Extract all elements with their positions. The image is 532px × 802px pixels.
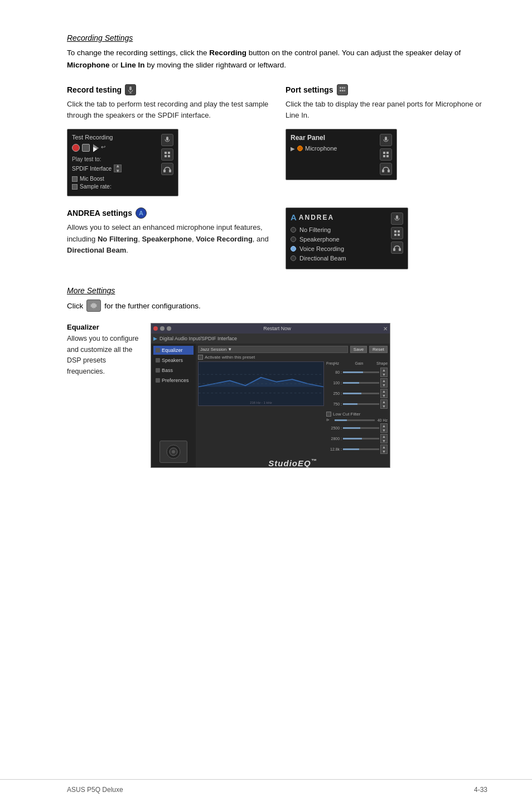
eq-sliders-area: 216 Hz - 1 kHz FreqHz Gain Shape (198, 361, 388, 454)
svg-rect-13 (340, 90, 341, 91)
eq-arr-up-4: ▲ (382, 424, 386, 428)
andrea-option-directional-beam[interactable]: Directional Beam (291, 255, 388, 262)
footer-line (0, 779, 532, 780)
eq-freq-fill-5 (343, 438, 362, 439)
record-btn[interactable] (72, 144, 80, 152)
eq-sidebar-bass[interactable]: Bass (153, 366, 194, 375)
eq-top-row: Jazz Session ▼ Save Reset (198, 346, 388, 353)
gear-button[interactable] (86, 299, 101, 312)
svg-rect-10 (340, 87, 341, 89)
eq-preset-dropdown[interactable]: Jazz Session ▼ (198, 346, 348, 353)
back-btn[interactable]: ↩ (101, 144, 109, 152)
eq-lowcut-label: Low Cut Filter (333, 412, 360, 417)
andrea-screenshot-col: A ANDREA No Filtering Speaker (286, 207, 487, 269)
andrea-option-speakerphone[interactable]: Speakerphone (291, 236, 388, 243)
play-btn[interactable]: ▶ (92, 144, 99, 152)
eq-lowcut-checkbox[interactable] (326, 412, 331, 417)
andrea-settings-section: ANDREA settings A Allows you to select a… (67, 207, 487, 269)
rear-side-icons (380, 134, 392, 175)
svg-rect-7 (168, 155, 170, 157)
mic-boost-checkbox[interactable] (72, 176, 78, 182)
port-settings-col: Port settings Click the tab to display t… (286, 84, 487, 196)
test-recording-screenshot: Test Recording ▶ ↩ Play test to: SPDIF I… (67, 129, 178, 196)
eq-freq-row-5: 2800 : ▲ ▼ (326, 434, 388, 443)
eq-freq-slider-3[interactable] (343, 403, 379, 405)
eq-sidebar-preferences[interactable]: Preferences (153, 376, 194, 385)
test-recording-screenshot-wrapper: Test Recording ▶ ↩ Play test to: SPDIF I… (67, 129, 269, 196)
eq-close-btn[interactable]: ✕ (383, 326, 388, 332)
andrea-title-label: ANDREA settings (67, 209, 132, 218)
spdif-spinner[interactable]: ▲ ▼ (114, 165, 122, 172)
andrea-option-voice-recording[interactable]: Voice Recording (291, 245, 388, 252)
mic-boost-label: Mic Boost (80, 176, 104, 182)
eq-freq-slider-5[interactable] (343, 438, 379, 439)
svg-point-33 (172, 450, 175, 453)
eq-freq-fill-3 (343, 403, 357, 405)
svg-rect-14 (342, 90, 344, 91)
eq-sidebar-label-equalizer: Equalizer (162, 347, 183, 353)
rear-microphone-row: ▶ Microphone (291, 145, 376, 152)
andrea-radio-speakerphone (291, 236, 296, 242)
footer-text: ASUS P5Q Deluxe 4-33 (67, 786, 487, 794)
eq-sidebar-dot-preferences (156, 378, 160, 383)
stop-btn[interactable] (82, 144, 90, 152)
eq-graph: 216 Hz - 1 kHz (198, 361, 324, 406)
eq-sidebar-label-preferences: Preferences (162, 378, 189, 383)
eq-lowcut-slider[interactable] (335, 419, 375, 421)
spinner-up: ▲ (115, 163, 120, 168)
svg-rect-28 (393, 248, 395, 251)
eq-lowcut-slider-row: ⊳ 40 Hz (326, 418, 388, 422)
eq-sidebar-label-speakers: Speakers (162, 357, 183, 363)
eq-save-btn[interactable]: Save (350, 346, 367, 353)
eq-max-dot (167, 326, 171, 331)
recording-settings-section: Recording Settings To change the recordi… (67, 33, 487, 71)
eq-arrow-box-4: ▲ ▼ (380, 423, 388, 433)
rear-headphone-svg (382, 166, 390, 172)
andrea-bold2: Speakerphone (142, 235, 192, 243)
eq-arr-up-2: ▲ (382, 389, 386, 393)
equalizer-section: Equalizer Allows you to configure and cu… (67, 323, 487, 468)
eq-sidebar-equalizer[interactable]: Equalizer (153, 346, 194, 355)
andrea-option-label-2: Voice Recording (299, 245, 344, 252)
eq-freq-label-0: 80 : (326, 370, 342, 374)
andrea-screenshot: A ANDREA No Filtering Speaker (286, 207, 408, 269)
side-icon-headphone (161, 163, 173, 175)
eq-arrow-box-0: ▲ ▼ (380, 368, 388, 377)
rear-side-icon-mic (380, 134, 392, 146)
eq-freq-slider-6[interactable] (343, 448, 379, 450)
eq-activate-row: Activate within this preset (198, 355, 388, 360)
side-headphone-svg (163, 166, 171, 172)
svg-rect-29 (399, 248, 401, 251)
microphone-orange-dot (297, 146, 303, 151)
svg-rect-17 (383, 152, 385, 154)
andrea-option-label-1: Speakerphone (299, 236, 340, 243)
eq-freq-row-1: 100 : ▲ ▼ (326, 378, 388, 388)
eq-reset-btn[interactable]: Reset (369, 346, 388, 353)
eq-freq-slider-0[interactable] (343, 371, 379, 373)
recording-bold: Recording (209, 49, 246, 57)
record-testing-label: Record testing (67, 85, 122, 94)
spdif-row: SPDIF Interface ▲ ▼ (72, 165, 158, 172)
andrea-bold1: No Filtering (98, 235, 138, 243)
sample-rate-row: Sample rate: (72, 183, 158, 190)
eq-freq-slider-4[interactable] (343, 427, 379, 429)
sample-rate-checkbox[interactable] (72, 184, 78, 190)
eq-activate-checkbox[interactable] (198, 355, 203, 360)
svg-rect-4 (165, 152, 167, 154)
test-rec-title: Test Recording (72, 134, 158, 141)
eq-arr-down-6: ▼ (382, 450, 386, 453)
eq-freq-slider-1[interactable] (343, 382, 379, 384)
eq-titlebar-label: Restart Now (173, 326, 381, 331)
eq-freq-col-shape: Shape (376, 361, 388, 365)
microphone-label: Microphone (305, 145, 337, 152)
eq-freq-fill-4 (343, 427, 360, 429)
page-content: Recording Settings To change the recordi… (0, 0, 532, 802)
eq-save-label: Save (354, 347, 364, 352)
svg-rect-3 (166, 137, 168, 141)
andrea-option-no-filtering[interactable]: No Filtering (291, 226, 388, 233)
andrea-left: A ANDREA No Filtering Speaker (291, 212, 388, 264)
rear-mic-svg (383, 136, 389, 144)
eq-freq-slider-2[interactable] (343, 393, 379, 394)
andrea-side-icons (391, 212, 403, 264)
eq-sidebar-speakers[interactable]: Speakers (153, 356, 194, 365)
